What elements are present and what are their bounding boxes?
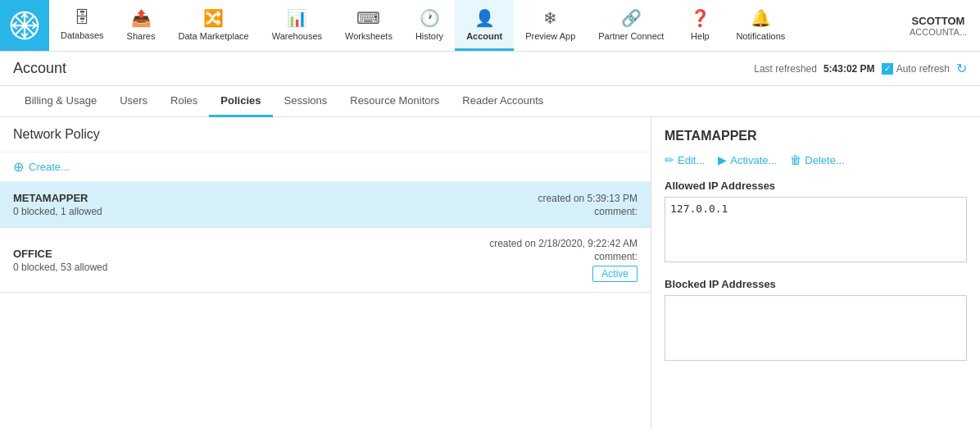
policy-name-office: OFFICE <box>13 248 489 260</box>
page-header: Account Last refreshed 5:43:02 PM ✓ Auto… <box>0 52 980 86</box>
account-icon: 👤 <box>474 8 495 28</box>
policy-row-office[interactable]: OFFICE 0 blocked, 53 allowed created on … <box>0 228 651 293</box>
activate-button[interactable]: ▶ Activate... <box>718 153 777 166</box>
nav-item-partner-connect[interactable]: 🔗 Partner Connect <box>587 0 675 51</box>
logo[interactable] <box>0 0 49 51</box>
nav-item-account[interactable]: 👤 Account <box>455 0 514 51</box>
delete-label: Delete... <box>805 154 844 166</box>
policy-meta-metamapper: created on 5:39:13 PM comment: <box>538 193 637 217</box>
worksheets-icon: ⌨ <box>356 8 380 28</box>
policy-row-metamapper[interactable]: METAMAPPER 0 blocked, 1 allowed created … <box>0 182 651 228</box>
right-panel: METAMAPPER ✏ Edit... ▶ Activate... 🗑 Del… <box>651 117 980 430</box>
nav-label-account: Account <box>466 31 502 41</box>
page-title: Account <box>13 60 66 77</box>
refresh-icon[interactable]: ↻ <box>956 61 967 76</box>
nav-label-worksheets: Worksheets <box>345 31 392 41</box>
databases-icon: 🗄 <box>74 8 90 27</box>
tab-reader-accounts[interactable]: Reader Accounts <box>451 86 555 117</box>
tab-users[interactable]: Users <box>108 86 159 117</box>
help-icon: ❓ <box>690 8 710 28</box>
refresh-time: 5:43:02 PM <box>823 63 875 75</box>
nav-item-notifications[interactable]: 🔔 Notifications <box>724 0 796 51</box>
delete-icon: 🗑 <box>790 153 801 166</box>
user-info[interactable]: SCOTTOM ACCOUNTA... <box>896 0 980 51</box>
policy-name-metamapper: METAMAPPER <box>13 192 538 204</box>
policy-stats-office: 0 blocked, 53 allowed <box>13 262 489 273</box>
activate-label: Activate... <box>730 154 777 166</box>
tab-roles[interactable]: Roles <box>159 86 209 117</box>
allowed-ip-textarea[interactable]: 127.0.0.1 <box>665 197 967 262</box>
tab-policies[interactable]: Policies <box>209 86 272 117</box>
nav-item-help[interactable]: ❓ Help <box>675 0 724 51</box>
shares-icon: 📤 <box>131 8 152 28</box>
top-nav: 🗄 Databases 📤 Shares 🔀 Data Marketplace … <box>0 0 980 52</box>
policy-created-office: created on 2/18/2020, 9:22:42 AM <box>489 238 637 249</box>
snowflake-logo-icon <box>10 11 39 40</box>
nav-label-preview-app: Preview App <box>525 31 575 41</box>
nav-label-history: History <box>415 31 443 41</box>
nav-item-databases[interactable]: 🗄 Databases <box>49 0 116 51</box>
sub-tabs: Billing & Usage Users Roles Policies Ses… <box>0 86 980 117</box>
activate-icon: ▶ <box>718 153 727 166</box>
nav-label-databases: Databases <box>61 30 104 40</box>
nav-label-warehouses: Warehouses <box>272 31 322 41</box>
policy-meta-office: created on 2/18/2020, 9:22:42 AM comment… <box>489 238 637 282</box>
policy-comment-metamapper: comment: <box>538 206 637 217</box>
history-icon: 🕐 <box>420 8 440 28</box>
nav-item-preview-app[interactable]: ❄ Preview App <box>514 0 587 51</box>
auto-refresh-label: Auto refresh <box>896 63 950 75</box>
create-plus-icon: ⊕ <box>13 159 24 175</box>
nav-label-partner-connect: Partner Connect <box>598 31 664 41</box>
auto-refresh-checkbox[interactable]: ✓ <box>882 63 893 75</box>
delete-button[interactable]: 🗑 Delete... <box>790 153 844 166</box>
tab-billing[interactable]: Billing & Usage <box>13 86 108 117</box>
nav-label-help: Help <box>691 31 710 41</box>
data-marketplace-icon: 🔀 <box>203 8 224 28</box>
nav-label-notifications: Notifications <box>736 31 785 41</box>
edit-icon: ✏ <box>665 153 674 166</box>
partner-connect-icon: 🔗 <box>621 8 642 28</box>
header-right: Last refreshed 5:43:02 PM ✓ Auto refresh… <box>754 61 967 76</box>
create-button[interactable]: ⊕ Create... <box>0 152 651 182</box>
policy-comment-office: comment: <box>489 251 637 262</box>
blocked-ip-title: Blocked IP Addresses <box>665 278 967 290</box>
nav-item-warehouses[interactable]: 📊 Warehouses <box>261 0 333 51</box>
nav-item-shares[interactable]: 📤 Shares <box>116 0 167 51</box>
active-badge: Active <box>592 266 637 282</box>
account-name: ACCOUNTA... <box>910 27 967 37</box>
section-title-bar: Network Policy <box>0 117 651 152</box>
action-bar: ✏ Edit... ▶ Activate... 🗑 Delete... <box>665 153 967 166</box>
nav-label-shares: Shares <box>127 31 156 41</box>
nav-item-worksheets[interactable]: ⌨ Worksheets <box>333 0 404 51</box>
nav-item-history[interactable]: 🕐 History <box>404 0 455 51</box>
last-refreshed-label: Last refreshed <box>754 63 817 75</box>
edit-label: Edit... <box>678 154 705 166</box>
blocked-ip-section: Blocked IP Addresses <box>665 278 967 363</box>
nav-items: 🗄 Databases 📤 Shares 🔀 Data Marketplace … <box>49 0 896 51</box>
notifications-icon: 🔔 <box>751 8 771 28</box>
left-panel: Network Policy ⊕ Create... METAMAPPER 0 … <box>0 117 651 430</box>
policy-info-metamapper: METAMAPPER 0 blocked, 1 allowed <box>13 192 538 217</box>
policy-info-office: OFFICE 0 blocked, 53 allowed <box>13 248 489 273</box>
content-area: Network Policy ⊕ Create... METAMAPPER 0 … <box>0 117 980 430</box>
allowed-ip-title: Allowed IP Addresses <box>665 180 967 192</box>
right-panel-title: METAMAPPER <box>665 129 967 143</box>
auto-refresh-control[interactable]: ✓ Auto refresh <box>882 63 950 75</box>
username: SCOTTOM <box>912 15 965 27</box>
tab-sessions[interactable]: Sessions <box>273 86 339 117</box>
warehouses-icon: 📊 <box>287 8 307 28</box>
section-title: Network Policy <box>13 127 100 141</box>
nav-label-data-marketplace: Data Marketplace <box>178 31 248 41</box>
create-btn-label: Create... <box>29 161 70 173</box>
tab-resource-monitors[interactable]: Resource Monitors <box>338 86 451 117</box>
nav-item-data-marketplace[interactable]: 🔀 Data Marketplace <box>166 0 260 51</box>
preview-app-icon: ❄ <box>543 8 557 28</box>
policy-created-metamapper: created on 5:39:13 PM <box>538 193 637 204</box>
edit-button[interactable]: ✏ Edit... <box>665 153 705 166</box>
policy-stats-metamapper: 0 blocked, 1 allowed <box>13 206 538 217</box>
allowed-ip-section: Allowed IP Addresses 127.0.0.1 <box>665 180 967 265</box>
blocked-ip-textarea[interactable] <box>665 295 967 361</box>
